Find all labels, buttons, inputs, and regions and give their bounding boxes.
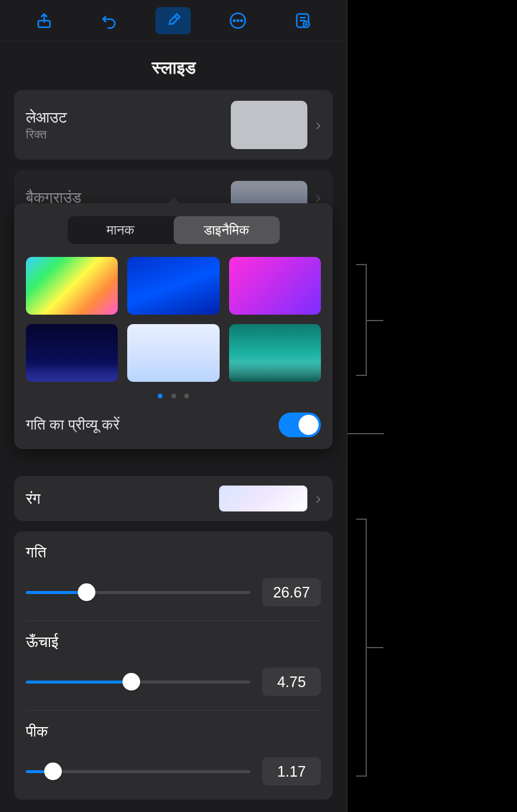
color-swatch[interactable] xyxy=(219,486,307,511)
layout-thumbnail xyxy=(231,101,307,149)
callout-line-toggle xyxy=(347,433,384,434)
segment-dynamic[interactable]: डाइनैमिक xyxy=(174,216,280,244)
dynamic-bg-5[interactable] xyxy=(127,324,219,382)
speed-slider[interactable] xyxy=(26,591,250,594)
top-toolbar xyxy=(0,0,347,41)
panel-title: स्लाइड xyxy=(0,41,347,90)
format-brush-button[interactable] xyxy=(155,7,191,34)
dot-3[interactable] xyxy=(184,394,189,398)
preview-motion-row: गति का प्रीव्यू करें xyxy=(26,412,321,437)
preview-motion-toggle[interactable] xyxy=(279,412,321,437)
callout-line-swatches xyxy=(367,320,383,321)
peak-value[interactable]: 1.17 xyxy=(262,757,321,785)
callout-line-sliders xyxy=(367,647,383,648)
speed-slider-block: गति 26.67 xyxy=(26,532,321,621)
segment-standard[interactable]: मानक xyxy=(68,216,174,244)
callout-bracket-sliders xyxy=(356,519,367,777)
chevron-right-icon: › xyxy=(316,115,321,134)
format-inspector-panel: स्लाइड लेआउट रिक्त › बैकग्राउंड › मानक ड… xyxy=(0,0,347,812)
page-dots xyxy=(26,390,321,401)
dynamic-bg-1[interactable] xyxy=(26,257,118,315)
dynamic-bg-grid xyxy=(26,257,321,382)
speed-label: गति xyxy=(26,543,321,562)
dot-1[interactable] xyxy=(158,394,163,398)
layout-sublabel: रिक्त xyxy=(26,128,231,141)
presenter-notes-button[interactable] xyxy=(285,7,320,34)
background-type-segmented: मानक डाइनैमिक xyxy=(68,216,280,244)
chevron-right-icon: › xyxy=(316,489,321,508)
color-card: रंग › xyxy=(14,476,333,521)
share-button[interactable] xyxy=(26,7,62,34)
peak-slider[interactable] xyxy=(26,770,250,773)
height-value[interactable]: 4.75 xyxy=(262,668,321,696)
more-button[interactable] xyxy=(220,7,256,34)
callout-bracket-swatches xyxy=(356,264,367,376)
svg-point-4 xyxy=(241,19,243,21)
dynamic-bg-3[interactable] xyxy=(229,257,321,315)
motion-sliders-card: गति 26.67 ऊँचाई 4.75 xyxy=(14,532,333,800)
height-slider[interactable] xyxy=(26,681,250,684)
peak-label: पीक xyxy=(26,722,321,741)
dynamic-bg-4[interactable] xyxy=(26,324,118,382)
color-row[interactable]: रंग › xyxy=(14,476,333,521)
preview-motion-label: गति का प्रीव्यू करें xyxy=(26,416,120,434)
dynamic-bg-6[interactable] xyxy=(229,324,321,382)
background-popover: मानक डाइनैमिक गति का प्रीव्यू करें xyxy=(14,203,333,449)
height-slider-block: ऊँचाई 4.75 xyxy=(26,621,321,711)
undo-button[interactable] xyxy=(91,7,127,34)
color-label: रंग xyxy=(26,490,219,508)
dot-2[interactable] xyxy=(171,394,176,398)
svg-point-3 xyxy=(237,19,239,21)
layout-row[interactable]: लेआउट रिक्त › xyxy=(14,90,333,160)
speed-value[interactable]: 26.67 xyxy=(262,578,321,606)
peak-slider-block: पीक 1.17 xyxy=(26,711,321,800)
height-label: ऊँचाई xyxy=(26,633,321,651)
layout-label: लेआउट xyxy=(26,108,231,127)
dynamic-bg-2[interactable] xyxy=(127,257,219,315)
svg-point-2 xyxy=(234,19,236,21)
